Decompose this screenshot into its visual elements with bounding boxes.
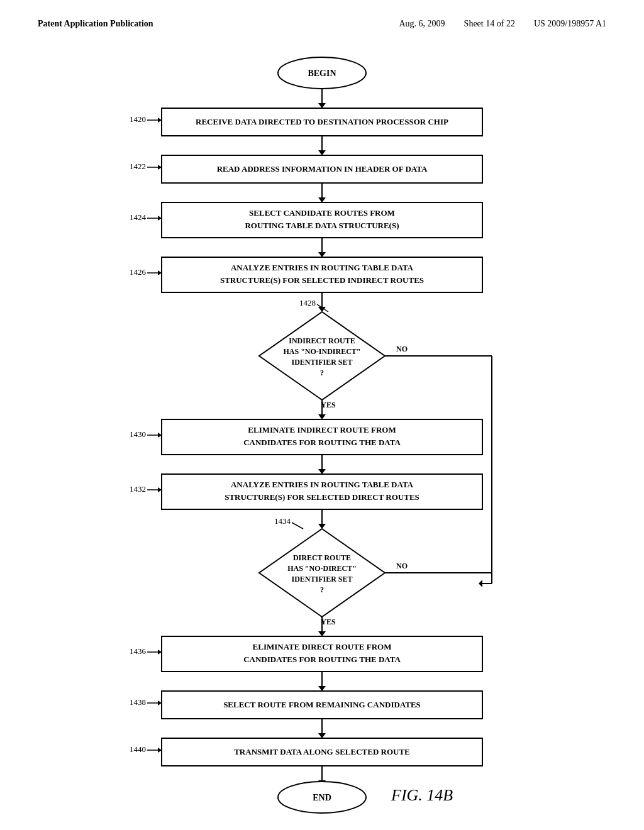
svg-marker-7	[318, 150, 326, 155]
svg-line-41	[292, 523, 303, 529]
svg-marker-17	[318, 252, 326, 257]
svg-marker-42	[259, 529, 385, 617]
diamond1428-line1: INDIRECT ROUTE	[289, 336, 355, 345]
step1424-line1: SELECT CANDIDATE ROUTES FROM	[249, 208, 395, 218]
svg-marker-24	[259, 312, 385, 400]
svg-marker-55	[318, 733, 326, 738]
diamond1428-line3: IDENTIFIER SET	[291, 358, 352, 367]
step1426-line1: ANALYZE ENTRIES IN ROUTING TABLE DATA	[231, 263, 414, 272]
step1432-line1: ANALYZE ENTRIES IN ROUTING TABLE DATA	[231, 480, 414, 489]
svg-marker-44	[318, 631, 326, 636]
svg-marker-30	[479, 580, 482, 587]
fig-label: FIG. 14B	[391, 786, 453, 804]
label-1428: 1428	[299, 298, 316, 307]
label-1440: 1440	[130, 744, 146, 754]
label-1438: 1438	[130, 697, 146, 707]
publication-label: Patent Application Publication	[38, 19, 153, 29]
flowchart-diagram: BEGIN RECEIVE DATA DIRECTED TO DESTINATI…	[52, 48, 592, 815]
svg-marker-12	[318, 197, 326, 202]
diamond1434-line3: IDENTIFIER SET	[291, 575, 352, 584]
label-1424: 1424	[130, 213, 147, 222]
step1432-line2: STRUCTURE(S) FOR SELECTED DIRECT ROUTES	[225, 492, 419, 502]
end-label: END	[313, 793, 331, 802]
label-1420: 1420	[130, 114, 146, 124]
diamond1428-line2: HAS "NO-INDIRECT"	[283, 347, 360, 356]
step1426-line2: STRUCTURE(S) FOR SELECTED INDIRECT ROUTE…	[220, 275, 424, 285]
step1440-label: TRANSMIT DATA ALONG SELECTED ROUTE	[234, 747, 410, 756]
step1436-line1: ELIMINATE DIRECT ROUTE FROM	[253, 642, 392, 651]
step1438-label: SELECT ROUTE FROM REMAINING CANDIDATES	[223, 700, 421, 709]
diamond1428-yes: YES	[321, 401, 336, 409]
step1422-label: READ ADDRESS INFORMATION IN HEADER OF DA…	[217, 164, 428, 174]
diamond1434-no: NO	[396, 562, 408, 570]
step1430-line2: CANDIDATES FOR ROUTING THE DATA	[243, 438, 401, 447]
diamond1434-line1: DIRECT ROUTE	[293, 553, 351, 562]
page: Patent Application Publication Aug. 6, 2…	[0, 0, 644, 830]
svg-marker-26	[318, 414, 326, 419]
header-meta: Aug. 6, 2009 Sheet 14 of 22 US 2009/1989…	[399, 19, 606, 29]
label-1432: 1432	[130, 484, 146, 494]
sheet-info: Sheet 14 of 22	[464, 19, 515, 29]
step1430-line1: ELIMINATE INDIRECT ROUTE FROM	[248, 425, 396, 434]
step1436-line2: CANDIDATES FOR ROUTING THE DATA	[243, 655, 401, 664]
label-1422: 1422	[130, 162, 146, 171]
label-1436: 1436	[130, 646, 147, 656]
publication-date: Aug. 6, 2009	[399, 19, 445, 29]
step1420-label: RECEIVE DATA DIRECTED TO DESTINATION PRO…	[196, 117, 448, 126]
diamond1434-line2: HAS "NO-DIRECT"	[287, 564, 357, 573]
label-1434: 1434	[274, 516, 291, 526]
diamond1428-no: NO	[396, 345, 408, 353]
patent-number: US 2009/198957 A1	[534, 19, 606, 29]
svg-marker-35	[318, 469, 326, 474]
label-1426: 1426	[130, 267, 147, 277]
diamond1434-q: ?	[320, 585, 324, 594]
svg-marker-50	[318, 686, 326, 691]
step1424-line2: ROUTING TABLE DATA STRUCTURE(S)	[245, 221, 399, 230]
begin-label: BEGIN	[308, 69, 336, 78]
diamond1434-yes: YES	[321, 617, 336, 626]
svg-marker-2	[318, 103, 326, 108]
label-1430: 1430	[130, 429, 146, 439]
page-header: Patent Application Publication Aug. 6, 2…	[38, 19, 606, 29]
diamond1428-q: ?	[320, 368, 324, 377]
